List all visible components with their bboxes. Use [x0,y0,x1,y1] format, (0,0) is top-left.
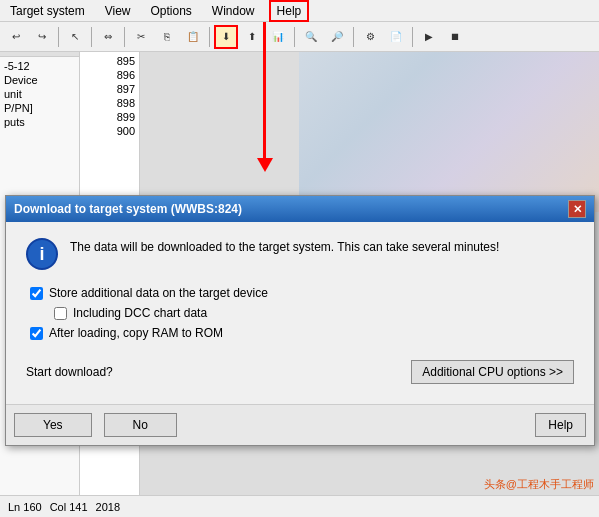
num-900: 900 [80,124,139,138]
toolbar-btn-zoom-out[interactable]: 🔎 [325,25,349,49]
dialog-body: i The data will be downloaded to the tar… [6,222,594,404]
toolbar-sep-6 [353,27,354,47]
checkbox-dcc[interactable] [54,307,67,320]
dialog: Download to target system (WWBS:824) ✕ i… [5,195,595,446]
checkbox-section: Store additional data on the target devi… [26,286,574,340]
help-button[interactable]: Help [535,413,586,437]
dialog-close-button[interactable]: ✕ [568,200,586,218]
toolbar-btn-2[interactable]: ↪ [30,25,54,49]
dialog-bottom-row: Start download? Additional CPU options >… [26,356,574,392]
menu-window[interactable]: Window [206,2,261,20]
additional-cpu-options-button[interactable]: Additional CPU options >> [411,360,574,384]
info-icon: i [26,238,58,270]
menu-view[interactable]: View [99,2,137,20]
toolbar-btn-stop[interactable]: ⏹ [443,25,467,49]
status-col: Col 141 [50,501,88,513]
checkbox-label-2: Including DCC chart data [73,306,207,320]
toolbar: ↩ ↪ ↖ ⇔ ✂ ⎘ 📋 ⬇ ⬆ 📊 🔍 🔎 ⚙ 📄 ▶ ⏹ [0,22,599,52]
panel-list: -5-12 Device unit P/PN] puts [0,57,79,131]
toolbar-btn-settings[interactable]: ⚙ [358,25,382,49]
num-897: 897 [80,82,139,96]
checkbox-row-1: Store additional data on the target devi… [30,286,574,300]
watermark: 头条@工程木手工程师 [484,477,594,492]
red-arrow-head [257,158,273,172]
status-ln: Ln 160 [8,501,42,513]
panel-item-1: -5-12 [2,59,77,73]
dialog-buttons-row: Yes No Help [6,404,594,445]
toolbar-btn-copy[interactable]: ⎘ [155,25,179,49]
toolbar-sep-3 [124,27,125,47]
checkbox-store-data[interactable] [30,287,43,300]
panel-item-5: puts [2,115,77,129]
toolbar-sep-2 [91,27,92,47]
toolbar-btn-upload[interactable]: ⬆ [240,25,264,49]
info-row: i The data will be downloaded to the tar… [26,238,574,270]
menu-help[interactable]: Help [269,0,310,22]
bg-blocks [299,52,599,212]
panel-item-3: unit [2,87,77,101]
status-num: 2018 [96,501,120,513]
menu-options[interactable]: Options [145,2,198,20]
toolbar-btn-monitor[interactable]: 📊 [266,25,290,49]
panel-item-2: Device [2,73,77,87]
toolbar-sep-1 [58,27,59,47]
dialog-titlebar: Download to target system (WWBS:824) ✕ [6,196,594,222]
toolbar-sep-5 [294,27,295,47]
num-895: 895 [80,54,139,68]
toolbar-sep-4 [209,27,210,47]
toolbar-sep-7 [412,27,413,47]
num-896: 896 [80,68,139,82]
toolbar-btn-cut[interactable]: ✂ [129,25,153,49]
toolbar-btn-zoom-in[interactable]: 🔍 [299,25,323,49]
no-button[interactable]: No [104,413,177,437]
status-bar: Ln 160 Col 141 2018 [0,495,599,517]
start-download-label: Start download? [26,365,113,379]
checkbox-label-1: Store additional data on the target devi… [49,286,268,300]
red-arrow-line [263,22,266,162]
num-898: 898 [80,96,139,110]
toolbar-btn-download[interactable]: ⬇ [214,25,238,49]
menu-bar: Target system View Options Window Help [0,0,599,22]
toolbar-btn-properties[interactable]: 📄 [384,25,408,49]
checkbox-row-2: Including DCC chart data [30,306,574,320]
checkbox-ram-rom[interactable] [30,327,43,340]
yes-button[interactable]: Yes [14,413,92,437]
toolbar-btn-paste[interactable]: 📋 [181,25,205,49]
info-text: The data will be downloaded to the targe… [70,238,499,256]
toolbar-btn-1[interactable]: ↩ [4,25,28,49]
checkbox-label-3: After loading, copy RAM to ROM [49,326,223,340]
checkbox-row-3: After loading, copy RAM to ROM [30,326,574,340]
toolbar-btn-cursor[interactable]: ↖ [63,25,87,49]
num-899: 899 [80,110,139,124]
panel-item-4: P/PN] [2,101,77,115]
toolbar-btn-connect[interactable]: ⇔ [96,25,120,49]
toolbar-btn-run[interactable]: ▶ [417,25,441,49]
menu-target-system[interactable]: Target system [4,2,91,20]
dialog-title: Download to target system (WWBS:824) [14,202,242,216]
